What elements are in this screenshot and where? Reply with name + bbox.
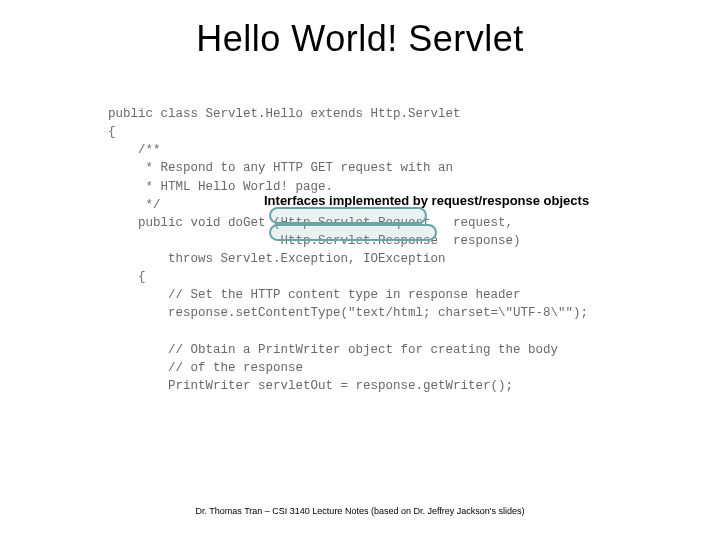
- code-line: */: [108, 198, 161, 212]
- code-line: * HTML Hello World! page.: [108, 180, 333, 194]
- annotation-label: Interfaces implemented by request/respon…: [264, 193, 589, 208]
- code-line: /**: [108, 143, 161, 157]
- highlight-response-interface: [269, 224, 437, 241]
- code-line: PrintWriter servletOut = response.getWri…: [108, 379, 513, 393]
- code-line: throws Servlet.Exception, IOException: [108, 252, 446, 266]
- highlight-request-interface: [269, 207, 427, 224]
- slide: Hello World! Servlet public class Servle…: [0, 0, 720, 540]
- slide-footer: Dr. Thomas Tran – CSI 3140 Lecture Notes…: [0, 506, 720, 516]
- code-line: {: [108, 270, 146, 284]
- code-line: response.setContentType("text/html; char…: [108, 306, 588, 320]
- code-line: // Obtain a PrintWriter object for creat…: [108, 343, 558, 357]
- code-line: // of the response: [108, 361, 303, 375]
- code-line: public class Servlet.Hello extends Http.…: [108, 107, 461, 121]
- code-line: {: [108, 125, 116, 139]
- code-line: // Set the HTTP content type in response…: [108, 288, 521, 302]
- code-block: public class Servlet.Hello extends Http.…: [108, 105, 588, 395]
- slide-title: Hello World! Servlet: [0, 18, 720, 60]
- code-line: * Respond to any HTTP GET request with a…: [108, 161, 453, 175]
